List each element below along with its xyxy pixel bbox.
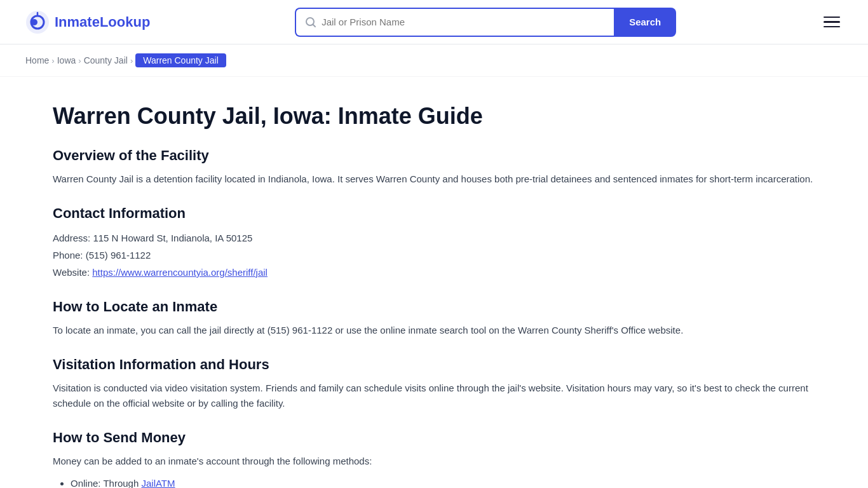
list-item-online: Online: Through JailATM [71,475,815,488]
search-bar: Search [295,8,676,37]
phone-label: Phone: [53,250,83,261]
hamburger-line-1 [824,17,840,18]
contact-heading: Contact Information [53,205,815,222]
breadcrumb-chevron-3: › [130,56,133,65]
online-label: Online: Through [71,478,141,488]
breadcrumb-chevron-2: › [78,56,81,65]
contact-phone: Phone: (515) 961-1122 [53,247,815,264]
breadcrumb-county-jail[interactable]: County Jail [84,55,128,65]
overview-heading: Overview of the Facility [53,147,815,164]
phone-value: (515) 961-1122 [86,250,151,261]
logo[interactable]: InmateLookup [25,10,150,34]
website-label: Website: [53,267,90,278]
money-text: Money can be added to an inmate's accoun… [53,454,815,470]
header: InmateLookup Search [0,0,868,44]
search-button[interactable]: Search [614,8,676,37]
contact-address: Address: 115 N Howard St, Indianola, IA … [53,229,815,247]
page-title: Warren County Jail, Iowa: Inmate Guide [53,102,815,130]
visitation-heading: Visitation Information and Hours [53,356,815,373]
main-content: Warren County Jail, Iowa: Inmate Guide O… [27,77,841,488]
jailatm-link[interactable]: JailATM [141,478,175,488]
breadcrumb-chevron-1: › [51,56,54,65]
breadcrumb-home[interactable]: Home [25,55,49,65]
locate-heading: How to Locate an Inmate [53,299,815,315]
hamburger-line-3 [824,26,840,28]
money-heading: How to Send Money [53,430,815,446]
svg-line-5 [313,24,316,27]
breadcrumb-current: Warren County Jail [135,53,226,67]
visitation-text: Visitation is conducted via video visita… [53,381,815,412]
locate-text: To locate an inmate, you can call the ja… [53,323,815,339]
logo-text: InmateLookup [55,14,150,30]
address-label: Address: [53,233,90,243]
website-link[interactable]: https://www.warrencountyia.org/sheriff/j… [92,267,268,278]
contact-website: Website: https://www.warrencountyia.org/… [53,264,815,281]
breadcrumb: Home › Iowa › County Jail › Warren Count… [0,44,868,77]
svg-point-2 [31,19,37,25]
logo-icon [25,10,50,34]
money-list: Online: Through JailATM Kiosk: Located i… [53,475,815,488]
address-value: 115 N Howard St, Indianola, IA 50125 [93,233,252,243]
overview-text: Warren County Jail is a detention facili… [53,172,815,187]
breadcrumb-iowa[interactable]: Iowa [57,55,76,65]
search-input-wrapper [295,8,614,37]
search-input[interactable] [322,17,605,27]
search-icon [305,17,316,28]
hamburger-line-2 [824,21,840,23]
hamburger-menu[interactable] [821,14,843,30]
